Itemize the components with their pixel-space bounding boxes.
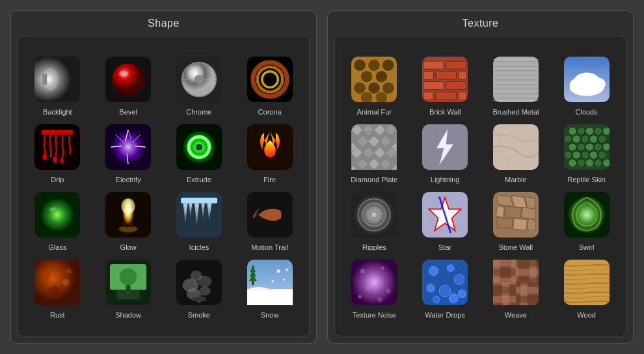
svg-point-40 <box>122 198 135 215</box>
svg-point-143 <box>594 159 602 167</box>
svg-rect-193 <box>516 296 539 303</box>
item-weave[interactable]: Weave <box>483 256 549 319</box>
item-brick-wall[interactable]: Brick Wall <box>412 53 478 116</box>
icon-reptile-skin <box>561 121 613 173</box>
svg-point-159 <box>381 267 384 270</box>
svg-point-166 <box>448 265 455 272</box>
icon-weave <box>490 256 542 308</box>
svg-point-126 <box>572 135 580 143</box>
item-diamond-plate[interactable]: Diamond Plate <box>342 121 407 184</box>
item-corona[interactable]: Corona <box>237 53 302 116</box>
item-reptile-skin[interactable]: Reptile Skin <box>554 121 619 184</box>
item-extrude[interactable]: Extrude <box>167 121 232 184</box>
item-icicles[interactable]: Icicles <box>167 189 232 251</box>
item-glow[interactable]: Glow <box>96 189 161 251</box>
svg-point-72 <box>383 59 395 71</box>
svg-point-132 <box>585 143 593 151</box>
label-rust: Rust <box>50 311 65 319</box>
label-stone-wall: Stone Wall <box>498 243 533 251</box>
svg-point-123 <box>594 127 602 135</box>
icon-marble <box>490 121 542 173</box>
svg-point-120 <box>569 127 576 135</box>
svg-rect-192 <box>493 296 516 303</box>
icon-shadow <box>102 256 154 308</box>
svg-rect-185 <box>516 260 539 267</box>
icon-icicles <box>173 189 225 241</box>
item-animal-fur[interactable]: Animal Fur <box>342 53 407 116</box>
item-marble[interactable]: Marble <box>483 121 549 184</box>
item-water-drops[interactable]: Water Drops <box>412 256 478 319</box>
item-wood[interactable]: Wood <box>554 256 619 319</box>
texture-grid: Animal Fur Brick Wall <box>342 53 619 319</box>
svg-point-122 <box>585 127 593 135</box>
item-lightning[interactable]: Lightning <box>412 121 478 184</box>
label-snow: Snow <box>261 311 279 319</box>
svg-rect-187 <box>516 269 539 276</box>
icon-wood <box>561 256 613 308</box>
svg-point-70 <box>355 59 366 71</box>
item-chrome[interactable]: Chrome <box>167 53 232 116</box>
svg-point-125 <box>564 135 572 143</box>
icon-animal-fur <box>348 53 400 105</box>
svg-point-162 <box>358 295 362 298</box>
item-bevel[interactable]: Bevel <box>96 53 161 116</box>
label-reptile-skin: Reptile Skin <box>567 176 606 184</box>
svg-point-139 <box>598 151 606 159</box>
svg-rect-89 <box>436 92 457 100</box>
item-drip[interactable]: Drip <box>25 121 90 184</box>
svg-point-161 <box>386 289 391 293</box>
svg-point-36 <box>42 199 74 231</box>
label-brick-wall: Brick Wall <box>429 108 461 116</box>
item-electrify[interactable]: Electrify <box>96 121 161 184</box>
svg-rect-186 <box>493 269 516 276</box>
item-texture-noise[interactable]: Texture Noise <box>342 256 407 319</box>
svg-point-10 <box>195 75 204 84</box>
svg-rect-61 <box>192 297 206 301</box>
icon-extrude <box>173 121 225 173</box>
item-shadow[interactable]: Shadow <box>96 256 161 319</box>
svg-point-115 <box>574 73 599 89</box>
svg-rect-2 <box>43 74 47 85</box>
svg-point-73 <box>361 71 373 83</box>
icon-rust <box>31 256 83 308</box>
item-rust[interactable]: Rust <box>25 256 90 319</box>
svg-point-167 <box>454 275 464 285</box>
svg-rect-83 <box>423 72 434 79</box>
svg-point-141 <box>577 159 585 167</box>
svg-point-66 <box>283 279 286 281</box>
item-clouds[interactable]: Clouds <box>554 53 619 116</box>
svg-rect-82 <box>446 61 467 69</box>
svg-point-128 <box>589 135 597 143</box>
icon-brushed-metal <box>490 53 542 105</box>
label-corona: Corona <box>258 108 282 116</box>
item-swirl[interactable]: Swirl <box>554 189 619 251</box>
svg-point-5 <box>119 71 128 77</box>
svg-point-4 <box>113 64 144 96</box>
svg-point-59 <box>191 271 202 281</box>
svg-rect-84 <box>436 72 457 79</box>
item-fire[interactable]: Fire <box>237 121 302 184</box>
icon-bevel <box>102 53 154 105</box>
item-backlight[interactable]: Backlight <box>25 53 90 116</box>
svg-point-127 <box>581 135 589 143</box>
item-stone-wall[interactable]: Stone Wall <box>483 189 549 251</box>
icon-lightning <box>419 121 471 173</box>
svg-point-172 <box>449 294 458 303</box>
icon-glow <box>102 189 154 241</box>
item-star[interactable]: Star <box>412 189 478 251</box>
svg-rect-85 <box>459 72 466 79</box>
label-backlight: Backlight <box>43 108 72 116</box>
svg-rect-86 <box>423 82 444 90</box>
svg-rect-157 <box>351 260 397 305</box>
item-ripples[interactable]: Ripples <box>342 189 407 251</box>
svg-rect-45 <box>34 260 80 305</box>
svg-rect-87 <box>446 82 467 90</box>
icon-snow <box>244 256 296 308</box>
item-glass[interactable]: Glass <box>25 189 90 251</box>
item-motion-trail[interactable]: Motion Trail <box>237 189 302 251</box>
label-glass: Glass <box>48 243 66 251</box>
svg-point-49 <box>66 268 72 274</box>
item-brushed-metal[interactable]: Brushed Metal <box>483 53 549 116</box>
item-smoke[interactable]: Smoke <box>167 256 232 319</box>
item-snow[interactable]: Snow <box>237 256 302 319</box>
